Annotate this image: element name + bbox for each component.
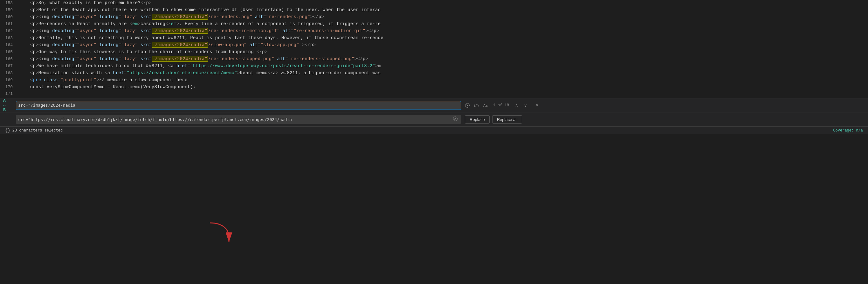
token: "lazy" xyxy=(121,42,138,48)
line-number: 171 xyxy=(0,91,19,96)
token: p xyxy=(33,63,36,68)
token: React.memo xyxy=(240,70,268,76)
close-find-button[interactable]: × xyxy=(533,102,541,109)
token: = xyxy=(119,56,121,61)
line-number: 161 xyxy=(0,22,19,26)
replace-all-button[interactable]: Replace all xyxy=(492,115,522,123)
token: > xyxy=(36,21,38,26)
token: >< xyxy=(36,56,41,61)
line-number: 169 xyxy=(0,78,19,82)
token: "re-renders-stopped.png" xyxy=(288,56,354,61)
find-replace-toggle-icon[interactable]: A↔B xyxy=(3,98,13,112)
replace-input[interactable] xyxy=(18,117,451,122)
prev-match-button[interactable]: ∧ xyxy=(513,102,521,109)
token: p xyxy=(33,14,36,20)
token: loading xyxy=(99,56,119,61)
token: > xyxy=(375,63,378,68)
token: pre xyxy=(33,77,41,82)
regex-icon: (.*) xyxy=(474,104,479,107)
token: img xyxy=(41,14,49,20)
token: "async" xyxy=(77,28,96,33)
clear-replace-button[interactable] xyxy=(452,116,459,122)
token: < xyxy=(19,0,33,5)
token: alt xyxy=(255,14,263,20)
token: src xyxy=(141,56,149,61)
line-number: 168 xyxy=(0,71,19,76)
token: > xyxy=(321,14,324,20)
token: </ xyxy=(141,0,146,5)
token: > xyxy=(376,28,379,33)
case-icon: Aa xyxy=(483,104,488,107)
token: "lazy" xyxy=(121,56,138,61)
replace-buttons: Replace Replace all xyxy=(465,115,522,123)
token: = xyxy=(149,28,152,33)
token: p xyxy=(374,28,376,33)
next-match-button[interactable]: ∨ xyxy=(522,102,529,109)
match-count: 1 of 18 xyxy=(493,103,509,108)
token: loading xyxy=(99,14,119,20)
line-content: <p>We have multiple techniques to do tha… xyxy=(19,63,868,68)
status-left: {} 23 characters selected xyxy=(5,128,63,133)
token xyxy=(50,28,53,33)
token xyxy=(247,42,250,48)
token: "/images/2024/nadia" xyxy=(152,56,208,62)
token: = xyxy=(119,42,121,48)
token: a xyxy=(171,63,174,68)
token: p xyxy=(33,70,36,76)
token: loading xyxy=(99,42,119,48)
token: const VerySlowComponentMemo = React.memo… xyxy=(19,84,196,89)
line-content: <p>Most of the React apps out there are … xyxy=(19,7,868,12)
coverage-status: Coverage: n/a xyxy=(833,128,863,133)
token: = xyxy=(124,70,127,76)
token xyxy=(138,28,141,33)
token xyxy=(41,77,44,82)
token: "async" xyxy=(77,42,96,48)
token: > xyxy=(138,21,141,26)
token: >< xyxy=(36,28,41,33)
line-content: <p>One way to fix this slowness is to st… xyxy=(19,49,868,54)
line-content: <p><img decoding="async" loading="lazy" … xyxy=(19,42,868,48)
token: alt xyxy=(283,28,291,33)
token xyxy=(138,56,141,61)
token: src xyxy=(141,28,149,33)
token: > xyxy=(177,21,179,26)
token: a xyxy=(107,70,110,76)
regex-button[interactable]: (.*) xyxy=(472,102,480,109)
token: < xyxy=(19,70,33,76)
token: >< xyxy=(36,42,41,48)
line-content: const VerySlowComponentMemo = React.memo… xyxy=(19,84,868,89)
token: p xyxy=(33,28,36,33)
token: = xyxy=(149,56,152,61)
token: p xyxy=(33,56,36,61)
clear-find-button[interactable] xyxy=(464,102,471,109)
token xyxy=(50,14,53,20)
token xyxy=(138,42,141,48)
find-input[interactable] xyxy=(18,103,459,108)
token: p xyxy=(33,42,36,48)
replace-button[interactable]: Replace xyxy=(465,115,490,123)
token xyxy=(252,14,255,20)
token: > xyxy=(265,49,268,54)
token: "/images/2024/nadia" xyxy=(152,14,208,20)
token: href xyxy=(113,70,124,76)
code-line: 160 <p><img decoding="async" loading="la… xyxy=(0,14,868,21)
token: img xyxy=(41,56,49,61)
token: "/images/2024/nadia" xyxy=(152,42,208,48)
token: ></ xyxy=(302,42,310,48)
token: "https://www.developerway.com/posts/reac… xyxy=(190,63,375,68)
token: </ xyxy=(268,70,273,76)
token: "re-renders-in-motion.gif" xyxy=(294,28,366,33)
status-bar: {} 23 characters selected Coverage: n/a xyxy=(0,126,868,134)
curly-braces-icon: {} xyxy=(5,128,10,133)
token: = xyxy=(263,14,266,20)
token: </ xyxy=(165,21,171,26)
token: decoding xyxy=(52,14,74,20)
line-number: 160 xyxy=(0,15,19,20)
token: cascading xyxy=(141,21,165,26)
token: > xyxy=(313,42,316,48)
line-content: <p><img decoding="async" loading="lazy" … xyxy=(19,14,868,20)
case-button[interactable]: Aa xyxy=(482,102,489,109)
code-line: 163 <p>Normally, this is not something t… xyxy=(0,35,868,42)
token: So, what exactly is the problem here? xyxy=(38,0,141,5)
code-line: 167 <p>We have multiple techniques to do… xyxy=(0,63,868,70)
